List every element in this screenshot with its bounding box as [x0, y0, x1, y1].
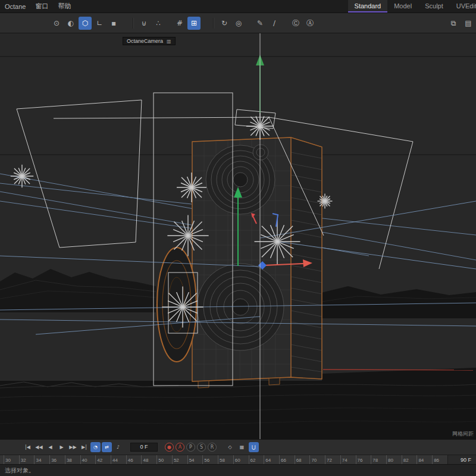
- record-scale-button[interactable]: S: [197, 443, 206, 452]
- tab-standard[interactable]: Standard: [348, 0, 388, 12]
- point-snap-icon[interactable]: ∴: [152, 17, 165, 30]
- toolbar-separator: [213, 18, 214, 29]
- render-settings-icon[interactable]: ▤: [462, 17, 475, 30]
- tab-sculpt[interactable]: Sculpt: [418, 0, 450, 12]
- status-text: 选择对象。: [5, 466, 35, 475]
- record-keyframe-button[interactable]: ●: [165, 443, 174, 452]
- viewport-canvas[interactable]: [0, 33, 476, 439]
- selection-tool-icon[interactable]: ⊙: [50, 17, 63, 30]
- grid-icon[interactable]: #: [173, 17, 186, 30]
- ruler-tick-42: 42: [95, 455, 111, 464]
- prev-frame-button[interactable]: ◀: [45, 442, 55, 452]
- ruler-tick-76: 76: [356, 455, 371, 464]
- keyframe-option-group: ◇ ▦ ⋃: [225, 442, 259, 452]
- knife-tool-icon[interactable]: ∕: [268, 17, 281, 30]
- ruler-tick-72: 72: [325, 455, 340, 464]
- view-tool-group: ↻ ◎: [218, 17, 245, 30]
- prev-key-button[interactable]: ◀◀: [34, 442, 44, 452]
- record-position-button[interactable]: P: [186, 443, 195, 452]
- ruler-tick-84: 84: [416, 455, 432, 464]
- spline-pen-icon[interactable]: ✎: [253, 17, 267, 30]
- ruler-tick-56: 56: [202, 455, 218, 464]
- ruler-tick-74: 74: [340, 455, 356, 464]
- record-parameter-button[interactable]: ◇: [225, 442, 235, 452]
- ruler-tick-78: 78: [371, 455, 386, 464]
- sound-button[interactable]: ♪: [113, 442, 123, 452]
- menu-bar: Octane 窗口 帮助 Standard Model Sculpt UVEdi…: [0, 0, 476, 13]
- ruler-ticks: 3032343638404244464850525456586062646668…: [0, 455, 447, 464]
- magnet-snap-icon[interactable]: ⊍: [137, 17, 151, 30]
- next-frame-button[interactable]: ▶▶: [68, 442, 78, 452]
- key-mode-b-button[interactable]: ⇄: [102, 442, 112, 452]
- grid-tool-group: # ⊞: [173, 17, 201, 30]
- ruler-tick-58: 58: [218, 455, 233, 464]
- corner-tool-icon[interactable]: ∟: [93, 17, 106, 30]
- octane-object-icon[interactable]: Ⓒ: [289, 17, 302, 30]
- timeline-snap-button[interactable]: ⋃: [249, 442, 259, 452]
- ruler-tick-82: 82: [402, 455, 417, 464]
- camera-film-icon: ▥: [167, 39, 171, 44]
- ruler-tick-38: 38: [65, 455, 80, 464]
- viewport-panel: OctaneCamera ▥ 网格间距: [0, 33, 476, 439]
- ruler-tick-86: 86: [432, 455, 447, 464]
- plane-tool-icon[interactable]: ▪: [107, 17, 120, 30]
- current-frame-field[interactable]: 0 F: [130, 443, 158, 452]
- ruler-tick-80: 80: [386, 455, 402, 464]
- ruler-tick-36: 36: [49, 455, 65, 464]
- camera-label-text: OctaneCamera: [127, 38, 163, 44]
- snap-tool-group: ⊍ ∴: [137, 17, 165, 30]
- ruler-tick-60: 60: [233, 455, 249, 464]
- ruler-tick-62: 62: [249, 455, 264, 464]
- tab-model[interactable]: Model: [387, 0, 418, 12]
- cube-mode-icon[interactable]: ⬡: [79, 17, 92, 30]
- autokey-button[interactable]: A: [176, 443, 184, 452]
- goto-start-button[interactable]: |◀: [23, 442, 33, 452]
- timeline-end-frame: 90 F: [447, 455, 476, 464]
- ruler-tick-30: 30: [4, 455, 19, 464]
- main-toolbar: ⊙ ◐ ⬡ ∟ ▪ ⊍ ∴ # ⊞ ↻ ◎ ✎ ∕ Ⓒ Ⓐ ⧉ ▤: [0, 13, 476, 33]
- status-bar: 选择对象。: [0, 464, 476, 476]
- target-icon[interactable]: ◎: [232, 17, 245, 30]
- rotate-view-icon[interactable]: ↻: [218, 17, 231, 30]
- ruler-tick-70: 70: [309, 455, 325, 464]
- render-view-icon[interactable]: ⧉: [447, 17, 460, 30]
- ruler-tick-32: 32: [19, 455, 35, 464]
- ruler-tick-48: 48: [141, 455, 156, 464]
- ruler-tick-50: 50: [156, 455, 172, 464]
- menu-help[interactable]: 帮助: [53, 0, 76, 12]
- camera-label[interactable]: OctaneCamera ▥: [123, 37, 176, 45]
- shaded-mode-icon[interactable]: ◐: [64, 17, 77, 30]
- ruler-tick-68: 68: [295, 455, 310, 464]
- ruler-tick-34: 34: [34, 455, 49, 464]
- menu-octane[interactable]: Octane: [0, 0, 30, 12]
- ruler-tick-66: 66: [279, 455, 295, 464]
- octane-tool-group: Ⓒ Ⓐ: [289, 17, 317, 30]
- menu-window[interactable]: 窗口: [30, 0, 53, 12]
- grid-snap-icon[interactable]: ⊞: [187, 17, 201, 30]
- ruler-tick-52: 52: [172, 455, 187, 464]
- cinema4d-window: Octane 窗口 帮助 Standard Model Sculpt UVEdi…: [0, 0, 476, 476]
- record-pla-button[interactable]: ▦: [237, 442, 247, 452]
- grid-spacing-label: 网格间距: [452, 430, 474, 438]
- toolbar-separator: [133, 18, 133, 29]
- key-mode-a-button[interactable]: ◔: [90, 442, 101, 452]
- layout-tabs: Standard Model Sculpt UVEdit: [348, 0, 476, 12]
- render-button-group: ⧉ ▤: [447, 17, 476, 30]
- ruler-tick-64: 64: [264, 455, 279, 464]
- timeline-ruler[interactable]: 3032343638404244464850525456586062646668…: [0, 455, 476, 464]
- octane-material-icon[interactable]: Ⓐ: [303, 17, 317, 30]
- ruler-tick-46: 46: [126, 455, 142, 464]
- record-rotation-button[interactable]: R: [208, 443, 217, 452]
- ruler-tick-54: 54: [187, 455, 203, 464]
- animation-toolbar: |◀ ◀◀ ◀ ▶ ▶▶ ▶| ◔ ⇄ ♪ 0 F ● A P S R ◇ ▦ …: [0, 439, 476, 455]
- mode-tool-group: ⊙ ◐ ⬡ ∟ ▪: [50, 17, 120, 30]
- play-button[interactable]: ▶: [57, 442, 67, 452]
- goto-end-button[interactable]: ▶|: [79, 442, 89, 452]
- modeling-tool-group: ✎ ∕: [253, 17, 281, 30]
- ruler-tick-44: 44: [111, 455, 126, 464]
- record-button-group: ● A P S R: [165, 443, 217, 452]
- tab-uvedit[interactable]: UVEdit: [450, 0, 476, 12]
- ruler-tick-40: 40: [80, 455, 96, 464]
